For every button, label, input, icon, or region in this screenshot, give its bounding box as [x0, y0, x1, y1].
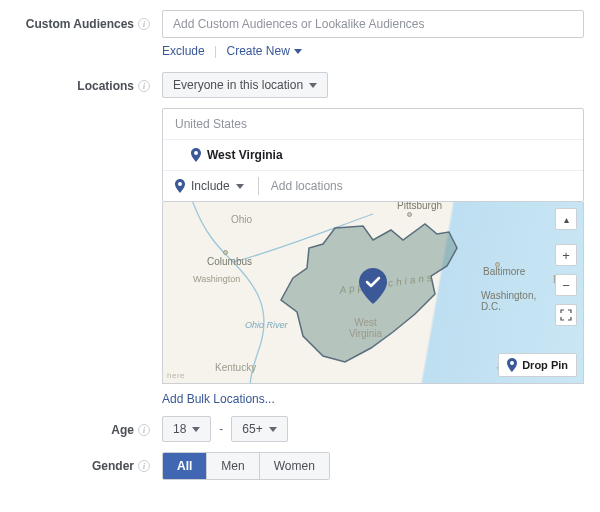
age-max-dropdown[interactable]: 65+ [231, 416, 287, 442]
map-label: Washington [193, 274, 240, 284]
chevron-down-icon [309, 83, 317, 88]
create-new-link[interactable]: Create New [227, 44, 302, 58]
map-label: Kentucky [215, 362, 256, 373]
gender-button-group: All Men Women [162, 452, 330, 480]
zoom-out-button[interactable]: − [555, 274, 577, 296]
drop-pin-button[interactable]: Drop Pin [498, 353, 577, 377]
map-attribution: here [167, 371, 185, 380]
info-icon: i [138, 18, 150, 30]
separator [258, 177, 259, 195]
location-scope-dropdown[interactable]: Everyone in this location [162, 72, 328, 98]
add-locations-input[interactable] [267, 175, 575, 197]
gender-women-button[interactable]: Women [260, 453, 329, 479]
pin-icon [191, 148, 201, 162]
collapse-up-button[interactable]: ▴ [555, 208, 577, 230]
exclude-link[interactable]: Exclude [162, 44, 205, 58]
info-icon: i [138, 424, 150, 436]
location-item[interactable]: West Virginia [163, 140, 583, 170]
map-label: Baltimore [483, 266, 525, 277]
map-label: Columbus [207, 256, 252, 267]
custom-audiences-label: Custom Audiences i [0, 10, 162, 31]
map-marker-icon [359, 268, 387, 307]
dash: - [219, 422, 223, 436]
chevron-down-icon [192, 427, 200, 432]
map-label: West Virginia [349, 317, 382, 339]
locations-label: Locations i [0, 72, 162, 93]
city-dot [407, 212, 412, 217]
map-label: Pittsburgh [397, 202, 442, 211]
fullscreen-button[interactable] [555, 304, 577, 326]
pin-icon [175, 179, 185, 193]
expand-icon [560, 309, 572, 321]
chevron-down-icon [269, 427, 277, 432]
include-dropdown[interactable]: Include [185, 175, 250, 197]
map-controls: ▴ + − [555, 208, 577, 326]
info-icon: i [138, 80, 150, 92]
city-dot [223, 250, 228, 255]
separator: | [214, 44, 217, 58]
map-label: Ohio [231, 214, 252, 225]
zoom-in-button[interactable]: + [555, 244, 577, 266]
pin-icon [507, 358, 517, 372]
gender-label: Gender i [0, 452, 162, 473]
map-label: Washington, D.C. [481, 290, 536, 312]
map-label: Ohio River [245, 320, 288, 330]
gender-all-button[interactable]: All [163, 453, 207, 479]
age-min-dropdown[interactable]: 18 [162, 416, 211, 442]
selected-locations-box: United States West Virginia Include [162, 108, 584, 202]
add-bulk-locations-link[interactable]: Add Bulk Locations... [162, 392, 584, 406]
age-label: Age i [0, 416, 162, 437]
gender-men-button[interactable]: Men [207, 453, 259, 479]
location-map[interactable]: Ohio Columbus Pittsburgh Washington Appa… [162, 202, 584, 384]
chevron-down-icon [236, 184, 244, 189]
info-icon: i [138, 460, 150, 472]
country-header: United States [163, 109, 583, 140]
custom-audiences-input[interactable] [162, 10, 584, 38]
